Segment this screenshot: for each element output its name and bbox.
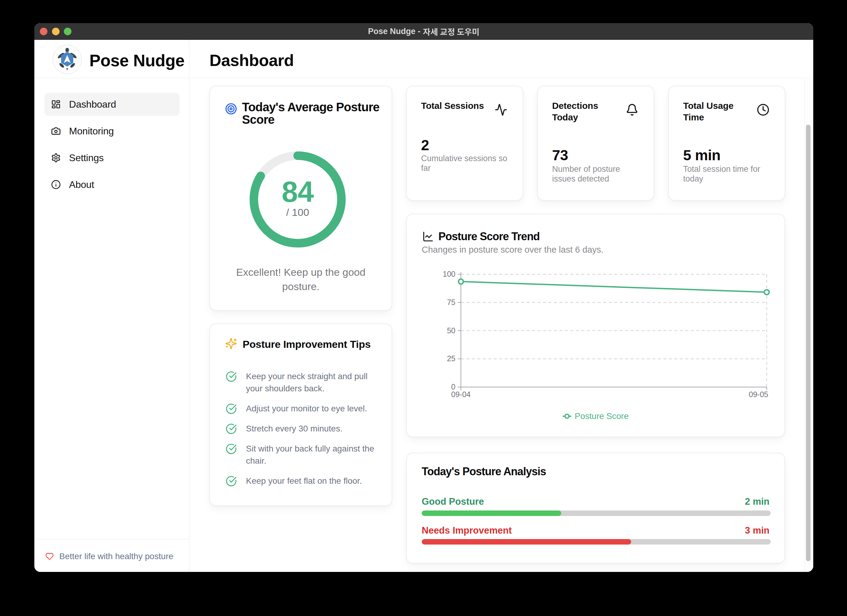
svg-text:0: 0 [451, 383, 455, 391]
svg-text:09-05: 09-05 [749, 390, 768, 399]
svg-text:50: 50 [447, 326, 455, 335]
svg-text:25: 25 [447, 354, 455, 363]
svg-text:75: 75 [447, 298, 455, 306]
svg-text:09-04: 09-04 [451, 390, 471, 399]
svg-text:100: 100 [443, 270, 455, 278]
